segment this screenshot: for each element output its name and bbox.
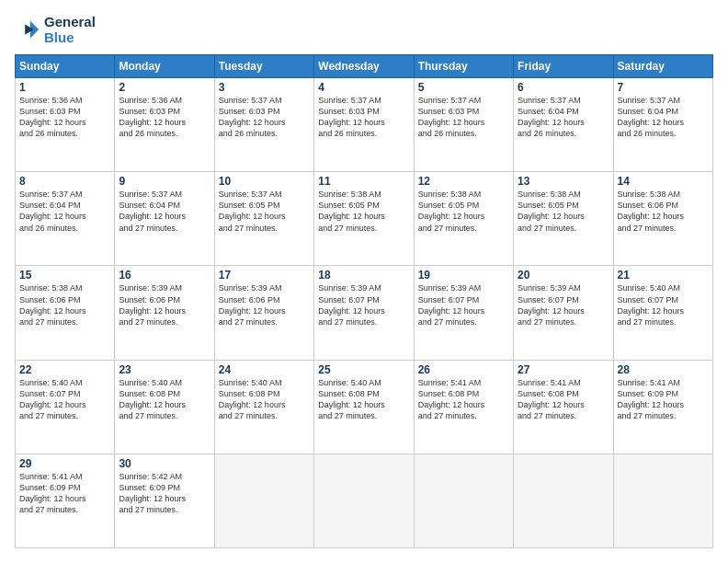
- calendar-cell: 10Sunrise: 5:37 AM Sunset: 6:05 PM Dayli…: [214, 172, 313, 266]
- day-number: 29: [19, 457, 110, 470]
- cell-info: Sunrise: 5:37 AM Sunset: 6:04 PM Dayligh…: [19, 189, 110, 234]
- header-cell-saturday: Saturday: [613, 55, 712, 78]
- cell-info: Sunrise: 5:41 AM Sunset: 6:08 PM Dayligh…: [418, 377, 509, 422]
- calendar-cell: 21Sunrise: 5:40 AM Sunset: 6:07 PM Dayli…: [613, 266, 712, 360]
- cell-info: Sunrise: 5:41 AM Sunset: 6:09 PM Dayligh…: [19, 471, 110, 516]
- cell-info: Sunrise: 5:40 AM Sunset: 6:07 PM Dayligh…: [618, 282, 709, 327]
- calendar-cell: 4Sunrise: 5:37 AM Sunset: 6:03 PM Daylig…: [314, 78, 414, 172]
- day-number: 21: [618, 269, 709, 282]
- day-number: 5: [418, 81, 509, 94]
- cell-info: Sunrise: 5:39 AM Sunset: 6:07 PM Dayligh…: [418, 282, 509, 327]
- week-row-3: 22Sunrise: 5:40 AM Sunset: 6:07 PM Dayli…: [16, 360, 713, 454]
- calendar-cell: 8Sunrise: 5:37 AM Sunset: 6:04 PM Daylig…: [16, 172, 115, 266]
- day-number: 11: [318, 175, 409, 188]
- day-number: 25: [318, 363, 409, 376]
- calendar-cell: 11Sunrise: 5:38 AM Sunset: 6:05 PM Dayli…: [314, 172, 414, 266]
- calendar-cell: 1Sunrise: 5:36 AM Sunset: 6:03 PM Daylig…: [16, 78, 115, 172]
- header-cell-sunday: Sunday: [16, 55, 115, 78]
- day-number: 19: [418, 269, 509, 282]
- cell-info: Sunrise: 5:37 AM Sunset: 6:03 PM Dayligh…: [219, 95, 310, 140]
- calendar-cell: 9Sunrise: 5:37 AM Sunset: 6:04 PM Daylig…: [115, 172, 214, 266]
- logo: General Blue: [15, 15, 96, 45]
- calendar-cell: 3Sunrise: 5:37 AM Sunset: 6:03 PM Daylig…: [214, 78, 313, 172]
- cell-info: Sunrise: 5:40 AM Sunset: 6:08 PM Dayligh…: [119, 377, 210, 422]
- calendar-cell: 14Sunrise: 5:38 AM Sunset: 6:06 PM Dayli…: [613, 172, 712, 266]
- day-number: 30: [119, 457, 210, 470]
- day-number: 16: [119, 269, 210, 282]
- calendar-cell: 2Sunrise: 5:36 AM Sunset: 6:03 PM Daylig…: [115, 78, 214, 172]
- calendar-body: 1Sunrise: 5:36 AM Sunset: 6:03 PM Daylig…: [16, 78, 713, 548]
- calendar-cell: 15Sunrise: 5:38 AM Sunset: 6:06 PM Dayli…: [16, 266, 115, 360]
- day-number: 26: [418, 363, 509, 376]
- day-number: 6: [518, 81, 609, 94]
- logo-text: General Blue: [44, 15, 96, 45]
- week-row-1: 8Sunrise: 5:37 AM Sunset: 6:04 PM Daylig…: [16, 172, 713, 266]
- cell-info: Sunrise: 5:37 AM Sunset: 6:03 PM Dayligh…: [318, 95, 409, 140]
- cell-info: Sunrise: 5:37 AM Sunset: 6:05 PM Dayligh…: [219, 189, 310, 234]
- header-cell-wednesday: Wednesday: [314, 55, 414, 78]
- cell-info: Sunrise: 5:41 AM Sunset: 6:09 PM Dayligh…: [618, 377, 709, 422]
- calendar-cell: 13Sunrise: 5:38 AM Sunset: 6:05 PM Dayli…: [514, 172, 613, 266]
- calendar-cell: 18Sunrise: 5:39 AM Sunset: 6:07 PM Dayli…: [314, 266, 414, 360]
- day-number: 17: [219, 269, 310, 282]
- header-cell-thursday: Thursday: [414, 55, 513, 78]
- header-cell-monday: Monday: [115, 55, 214, 78]
- day-number: 4: [318, 81, 409, 94]
- day-number: 8: [19, 175, 110, 188]
- calendar-cell: 24Sunrise: 5:40 AM Sunset: 6:08 PM Dayli…: [214, 360, 313, 454]
- calendar-cell: [514, 454, 613, 547]
- calendar-cell: 5Sunrise: 5:37 AM Sunset: 6:03 PM Daylig…: [414, 78, 513, 172]
- cell-info: Sunrise: 5:37 AM Sunset: 6:04 PM Dayligh…: [618, 95, 709, 140]
- header-row: SundayMondayTuesdayWednesdayThursdayFrid…: [16, 55, 713, 78]
- cell-info: Sunrise: 5:38 AM Sunset: 6:06 PM Dayligh…: [618, 189, 709, 234]
- day-number: 10: [219, 175, 310, 188]
- calendar-cell: 30Sunrise: 5:42 AM Sunset: 6:09 PM Dayli…: [115, 454, 214, 547]
- cell-info: Sunrise: 5:38 AM Sunset: 6:06 PM Dayligh…: [19, 282, 110, 327]
- calendar-cell: 7Sunrise: 5:37 AM Sunset: 6:04 PM Daylig…: [613, 78, 712, 172]
- calendar-cell: 28Sunrise: 5:41 AM Sunset: 6:09 PM Dayli…: [613, 360, 712, 454]
- page: General Blue SundayMondayTuesdayWednesda…: [0, 0, 728, 563]
- cell-info: Sunrise: 5:37 AM Sunset: 6:04 PM Dayligh…: [518, 95, 609, 140]
- day-number: 15: [19, 269, 110, 282]
- day-number: 20: [518, 269, 609, 282]
- calendar-cell: 17Sunrise: 5:39 AM Sunset: 6:06 PM Dayli…: [214, 266, 313, 360]
- cell-info: Sunrise: 5:37 AM Sunset: 6:03 PM Dayligh…: [418, 95, 509, 140]
- calendar-cell: 20Sunrise: 5:39 AM Sunset: 6:07 PM Dayli…: [514, 266, 613, 360]
- calendar-cell: 19Sunrise: 5:39 AM Sunset: 6:07 PM Dayli…: [414, 266, 513, 360]
- cell-info: Sunrise: 5:38 AM Sunset: 6:05 PM Dayligh…: [518, 189, 609, 234]
- day-number: 7: [618, 81, 709, 94]
- cell-info: Sunrise: 5:39 AM Sunset: 6:06 PM Dayligh…: [219, 282, 310, 327]
- cell-info: Sunrise: 5:42 AM Sunset: 6:09 PM Dayligh…: [119, 471, 210, 516]
- cell-info: Sunrise: 5:39 AM Sunset: 6:06 PM Dayligh…: [119, 282, 210, 327]
- day-number: 23: [119, 363, 210, 376]
- day-number: 13: [518, 175, 609, 188]
- day-number: 14: [618, 175, 709, 188]
- calendar-cell: 23Sunrise: 5:40 AM Sunset: 6:08 PM Dayli…: [115, 360, 214, 454]
- cell-info: Sunrise: 5:41 AM Sunset: 6:08 PM Dayligh…: [518, 377, 609, 422]
- calendar-cell: 25Sunrise: 5:40 AM Sunset: 6:08 PM Dayli…: [314, 360, 414, 454]
- calendar-cell: 27Sunrise: 5:41 AM Sunset: 6:08 PM Dayli…: [514, 360, 613, 454]
- cell-info: Sunrise: 5:36 AM Sunset: 6:03 PM Dayligh…: [19, 95, 110, 140]
- cell-info: Sunrise: 5:40 AM Sunset: 6:07 PM Dayligh…: [19, 377, 110, 422]
- header: General Blue: [15, 15, 713, 45]
- day-number: 24: [219, 363, 310, 376]
- day-number: 22: [19, 363, 110, 376]
- week-row-2: 15Sunrise: 5:38 AM Sunset: 6:06 PM Dayli…: [16, 266, 713, 360]
- day-number: 3: [219, 81, 310, 94]
- day-number: 28: [618, 363, 709, 376]
- day-number: 1: [19, 81, 110, 94]
- week-row-0: 1Sunrise: 5:36 AM Sunset: 6:03 PM Daylig…: [16, 78, 713, 172]
- cell-info: Sunrise: 5:38 AM Sunset: 6:05 PM Dayligh…: [418, 189, 509, 234]
- cell-info: Sunrise: 5:39 AM Sunset: 6:07 PM Dayligh…: [318, 282, 409, 327]
- calendar-header: SundayMondayTuesdayWednesdayThursdayFrid…: [16, 55, 713, 78]
- calendar-cell: 16Sunrise: 5:39 AM Sunset: 6:06 PM Dayli…: [115, 266, 214, 360]
- header-cell-tuesday: Tuesday: [214, 55, 313, 78]
- day-number: 27: [518, 363, 609, 376]
- cell-info: Sunrise: 5:40 AM Sunset: 6:08 PM Dayligh…: [219, 377, 310, 422]
- week-row-4: 29Sunrise: 5:41 AM Sunset: 6:09 PM Dayli…: [16, 454, 713, 547]
- cell-info: Sunrise: 5:38 AM Sunset: 6:05 PM Dayligh…: [318, 189, 409, 234]
- cell-info: Sunrise: 5:37 AM Sunset: 6:04 PM Dayligh…: [119, 189, 210, 234]
- calendar-cell: 6Sunrise: 5:37 AM Sunset: 6:04 PM Daylig…: [514, 78, 613, 172]
- calendar-cell: 12Sunrise: 5:38 AM Sunset: 6:05 PM Dayli…: [414, 172, 513, 266]
- calendar-cell: 29Sunrise: 5:41 AM Sunset: 6:09 PM Dayli…: [16, 454, 115, 547]
